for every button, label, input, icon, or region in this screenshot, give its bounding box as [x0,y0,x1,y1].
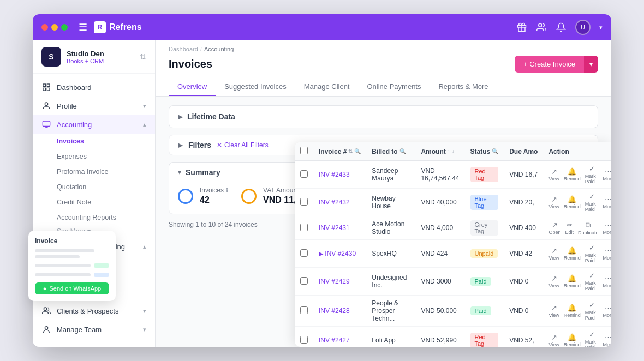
bell-icon[interactable] [556,22,567,33]
send-whatsapp-button[interactable]: ● Send on WhatsApp [35,282,109,294]
sidebar-item-profile[interactable]: Profile ▾ [33,97,155,115]
svg-point-11 [44,308,46,310]
floating-card-line-1 [35,249,94,252]
invoice-link[interactable]: INV #2433 [319,171,350,178]
mark-paid-action[interactable]: ✓Mark Paid [585,301,599,321]
tab-overview[interactable]: Overview [169,78,216,96]
table-scroll[interactable]: Invoice # ⇅ 🔍 Billed to 🔍 [295,142,611,347]
row-checkbox[interactable] [300,198,308,206]
gift-icon[interactable] [516,22,527,33]
sidebar-subitem-invoices[interactable]: Invoices [33,134,155,149]
mark-paid-action[interactable]: ✓Mark Paid [585,272,599,291]
row-checkbox[interactable] [300,224,308,231]
row-expander-icon[interactable]: ▶ [319,250,323,257]
account-chevron-icon[interactable]: ⇅ [140,52,146,61]
dot-expand[interactable] [61,24,68,31]
row-due-amount: VND 400 [504,216,543,240]
amount-sort-down-icon[interactable]: ↓ [452,148,455,154]
lifetime-data-header[interactable]: ▶ Lifetime Data [169,106,598,128]
mark-paid-action[interactable]: ✓Mark Paid [585,244,599,263]
more-action[interactable]: ⋯More [603,274,612,288]
create-invoice-dropdown-button[interactable]: ▾ [584,56,598,73]
more-action[interactable]: ⋯More [603,195,612,209]
invoice-link[interactable]: INV #2428 [319,307,350,315]
row-invoice-id: INV #2429 [313,268,366,296]
tab-online-payments[interactable]: Online Payments [358,78,430,96]
mark-paid-action[interactable]: ✓Mark Paid [585,330,599,347]
sidebar-item-dashboard[interactable]: Dashboard [33,78,155,97]
more-action[interactable]: ⋯More [603,167,612,182]
user-avatar[interactable]: U [575,20,591,35]
clear-filters-button[interactable]: ✕ Clear All Filters [217,141,269,149]
tab-suggested-invoices[interactable]: Suggested Invoices [216,78,295,96]
row-checkbox[interactable] [300,249,308,257]
team-icon[interactable] [536,22,547,33]
mark-paid-action[interactable]: ✓Mark Paid [585,192,599,212]
row-billed-to: Undesigned Inc. [366,268,415,296]
remind-action[interactable]: 🔔Remind [564,304,581,318]
lifetime-data-section: ▶ Lifetime Data [169,105,598,128]
invoice-link[interactable]: INV #2431 [319,224,350,232]
accounting-chevron-icon: ▴ [143,121,146,128]
status-badge: Grey Tag [470,220,499,236]
select-all-checkbox[interactable] [300,147,308,154]
sidebar-item-clients-prospects[interactable]: Clients & Prospects ▾ [33,302,155,320]
billed-to-filter-icon[interactable]: 🔍 [399,148,406,154]
invoice-link[interactable]: INV #2427 [319,336,350,344]
row-due-amount: VND 42 [504,240,543,268]
more-action[interactable]: ⋯More [603,246,612,261]
row-checkbox[interactable] [300,170,308,178]
tab-manage-client[interactable]: Manage Client [295,78,359,96]
dot-minimize[interactable] [51,24,58,31]
tab-reports-more[interactable]: Reports & More [430,78,497,96]
invoice-link[interactable]: INV #2432 [319,198,350,206]
invoice-num-filter-icon[interactable]: 🔍 [354,148,361,154]
row-amount: VND 40,000 [415,189,464,216]
more-action[interactable]: ⋯More [603,304,612,318]
remind-action[interactable]: 🔔Remind [564,333,581,347]
view-action[interactable]: ↗View [548,304,559,318]
view-action[interactable]: ↗View [548,246,559,261]
sidebar-item-accounting[interactable]: Accounting ▴ [33,115,155,134]
view-action[interactable]: ↗View [548,333,559,347]
row-checkbox[interactable] [300,336,308,344]
hamburger-icon[interactable]: ☰ [79,21,87,33]
table-row: INV #2433 Sandeep Maurya VND 16,74,567.4… [295,161,611,189]
clients-icon [41,306,51,316]
row-checkbox[interactable] [300,306,308,314]
duplicate-action[interactable]: ⧉Duplicate [578,221,599,236]
avatar-chevron[interactable]: ▾ [599,24,603,31]
invoices-label: Invoices ℹ [200,186,228,194]
action-cell: ↗View 🔔Remind ✓Mark Paid ⋯More [548,301,611,321]
dot-close[interactable] [41,24,48,31]
view-action[interactable]: ↗View [548,274,559,288]
remind-action[interactable]: 🔔Remind [564,167,581,182]
remind-action[interactable]: 🔔Remind [564,274,581,288]
sidebar-subitem-expenses[interactable]: Expenses [33,149,155,164]
sidebar-subitem-quotation[interactable]: Quotation [33,179,155,195]
view-action[interactable]: ↗View [548,167,559,182]
sidebar-subitem-proforma[interactable]: Proforma Invoice [33,164,155,179]
invoice-num-sort-icon[interactable]: ⇅ [348,148,353,154]
more-action[interactable]: ⋯More [603,221,612,235]
mark-paid-action[interactable]: ✓Mark Paid [585,165,599,184]
row-checkbox-cell [295,296,313,327]
more-action[interactable]: ⋯More [603,333,612,347]
remind-action[interactable]: 🔔Remind [564,246,581,261]
open-action[interactable]: ↗Open [548,221,560,235]
sidebar-subitem-credit-note[interactable]: Credit Note [33,195,155,210]
sidebar-subitem-accounting-reports[interactable]: Accounting Reports [33,210,155,225]
invoice-link[interactable]: INV #2430 [325,250,356,257]
main-content: Dashboard / Accounting Invoices + Create… [156,40,611,347]
view-action[interactable]: ↗View [548,195,559,209]
create-invoice-button[interactable]: + Create Invoice [515,56,584,73]
breadcrumb-parent[interactable]: Dashboard [169,46,198,52]
status-filter-icon[interactable]: 🔍 [492,148,498,154]
remind-action[interactable]: 🔔Remind [564,195,581,209]
invoice-link[interactable]: INV #2429 [319,278,350,285]
amount-sort-up-icon[interactable]: ↑ [448,148,450,154]
edit-action[interactable]: ✏Edit [565,221,574,235]
sidebar-item-manage-team[interactable]: Manage Team ▾ [33,320,155,339]
row-checkbox[interactable] [300,277,308,285]
sidebar-account[interactable]: S Studio Den Books + CRM ⇅ [33,40,155,74]
